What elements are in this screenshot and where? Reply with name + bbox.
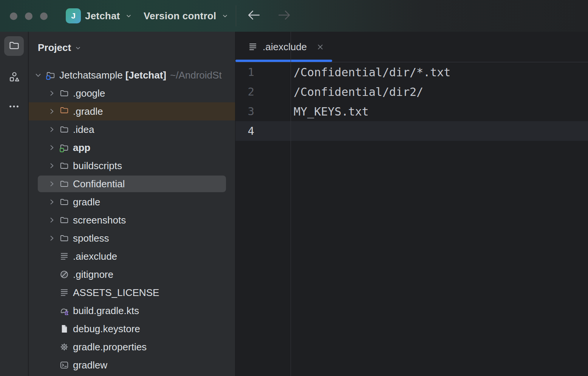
- tree-row-content: debug.keystore: [29, 320, 235, 338]
- project-panel: Project Jetchatsample [Jetchat] ~/Androi…: [29, 32, 235, 376]
- tree-item--gradle[interactable]: .gradle: [29, 102, 235, 120]
- chevron-down-icon: [74, 45, 82, 52]
- tree-item-buildscripts[interactable]: buildscripts: [29, 157, 235, 175]
- chevron-right-icon[interactable]: [47, 88, 57, 98]
- code-line[interactable]: 2/Confidential/dir2/: [235, 82, 588, 102]
- tree-item--aiexclude[interactable]: .aiexclude: [29, 247, 235, 265]
- tree-item-label: gradle.properties: [73, 341, 147, 353]
- project-tool-button[interactable]: [4, 36, 24, 56]
- line-text: /Confidential/dir2/: [291, 85, 423, 99]
- code-lines: 1/Confidential/dir/*.txt2/Confidential/d…: [235, 62, 588, 141]
- close-tab-icon[interactable]: [316, 42, 325, 51]
- text-file-icon: [59, 251, 70, 262]
- tree-row-content: ASSETS_LICENSE: [29, 284, 235, 302]
- project-widget[interactable]: J Jetchat: [66, 8, 132, 23]
- folder-icon: [59, 179, 70, 189]
- tree-item-gradle-properties[interactable]: gradle.properties: [29, 338, 235, 356]
- project-tree: Jetchatsample [Jetchat] ~/AndroidSt .goo…: [29, 66, 235, 374]
- line-number: 4: [235, 125, 291, 137]
- code-line[interactable]: 1/Confidential/dir/*.txt: [235, 62, 588, 82]
- tree-item-assets-license[interactable]: ASSETS_LICENSE: [29, 284, 235, 302]
- root-module: [Jetchat]: [125, 69, 166, 81]
- gradle-kotlin-icon: [59, 305, 70, 316]
- tree-item--idea[interactable]: .idea: [29, 120, 235, 139]
- tree-row-content: .google: [29, 84, 235, 102]
- vcs-widget[interactable]: Version control: [144, 8, 229, 23]
- line-number: 2: [235, 85, 291, 98]
- chevron-down-icon[interactable]: [33, 70, 43, 80]
- tree-row-content: screenshots: [29, 211, 235, 229]
- text-file-icon: [248, 42, 258, 52]
- tree-item-label: .aiexclude: [73, 251, 117, 262]
- line-text: /Confidential/dir/*.txt: [291, 66, 450, 79]
- chevron-right-icon[interactable]: [47, 179, 57, 189]
- tree-row-content: spotless: [29, 229, 235, 247]
- project-logo: J: [66, 8, 81, 23]
- minimize-window-button[interactable]: [25, 12, 32, 20]
- active-tab-indicator: [235, 60, 332, 62]
- tree-row-content: gradle: [29, 193, 235, 211]
- code-line-current[interactable]: 4: [235, 121, 588, 141]
- tree-item-label: gradlew: [73, 359, 107, 371]
- window-controls: [10, 12, 48, 20]
- tree-item-label: .gitignore: [73, 269, 113, 280]
- tree-item-app[interactable]: app: [29, 139, 235, 157]
- tree-item--gitignore[interactable]: .gitignore: [29, 265, 235, 284]
- file-icon: [59, 324, 70, 334]
- tree-row-content: buildscripts: [29, 157, 235, 175]
- gutter-separator: [291, 32, 291, 376]
- tree-row-content: app: [29, 139, 235, 157]
- chevron-right-icon[interactable]: [47, 197, 57, 207]
- folder-icon: [59, 215, 70, 225]
- gear-file-icon: [59, 342, 70, 352]
- tree-item-root[interactable]: Jetchatsample [Jetchat] ~/AndroidSt: [29, 66, 235, 84]
- chevron-right-icon[interactable]: [47, 215, 57, 225]
- tree-item-label: screenshots: [73, 214, 126, 226]
- tree-item-label: app: [73, 142, 90, 154]
- tree-item-label: .idea: [73, 124, 94, 136]
- arrow-left-icon: [247, 8, 261, 23]
- code-area[interactable]: 1/Confidential/dir/*.txt2/Confidential/d…: [235, 62, 588, 376]
- chevron-right-icon[interactable]: [47, 233, 57, 243]
- root-path: ~/AndroidSt: [170, 69, 222, 81]
- code-line[interactable]: 3MY_KEYS.txt: [235, 102, 588, 121]
- folder-icon: [8, 40, 20, 53]
- navigate-back-button[interactable]: [246, 9, 262, 23]
- tree-row-content: .gradle: [29, 102, 235, 120]
- tree-item-build-gradle-kts[interactable]: build.gradle.kts: [29, 302, 235, 320]
- folder-icon: [59, 124, 70, 135]
- vcs-menu-label: Version control: [144, 10, 216, 22]
- arrow-right-icon: [277, 8, 291, 23]
- chevron-right-icon[interactable]: [47, 106, 57, 116]
- tree-item-screenshots[interactable]: screenshots: [29, 211, 235, 229]
- tree-item-gradle[interactable]: gradle: [29, 193, 235, 211]
- chevron-right-icon[interactable]: [47, 125, 57, 134]
- root-name: Jetchatsample: [59, 69, 123, 81]
- zoom-window-button[interactable]: [40, 12, 48, 20]
- tree-item-confidential[interactable]: Confidential: [29, 175, 235, 193]
- line-number: 3: [235, 105, 291, 118]
- tab-aiexclude[interactable]: .aiexclude: [235, 32, 325, 62]
- tool-window-strip: [0, 32, 28, 376]
- tree-item-label: .gradle: [73, 106, 103, 117]
- chevron-right-icon[interactable]: [47, 161, 57, 171]
- titlebar-separator: [236, 5, 236, 26]
- tree-item-spotless[interactable]: spotless: [29, 229, 235, 247]
- tree-item-label: debug.keystore: [73, 323, 140, 335]
- tree-item-gradlew[interactable]: gradlew: [29, 356, 235, 374]
- project-panel-title: Project: [38, 42, 71, 54]
- tab-label: .aiexclude: [263, 41, 307, 53]
- more-tools-button[interactable]: [4, 97, 24, 117]
- folder-app-icon: [59, 142, 70, 153]
- chevron-right-icon[interactable]: [47, 143, 57, 153]
- tree-item--google[interactable]: .google: [29, 84, 235, 102]
- tree-row-content: Confidential: [29, 175, 235, 193]
- line-number: 1: [235, 66, 291, 79]
- structure-tool-button[interactable]: [4, 68, 24, 87]
- structure-icon: [8, 71, 20, 84]
- close-window-button[interactable]: [10, 12, 17, 20]
- navigate-forward-button[interactable]: [277, 9, 292, 23]
- project-folder-icon: [45, 70, 56, 80]
- project-view-selector[interactable]: Project: [38, 40, 82, 55]
- tree-item-debug-keystore[interactable]: debug.keystore: [29, 320, 235, 338]
